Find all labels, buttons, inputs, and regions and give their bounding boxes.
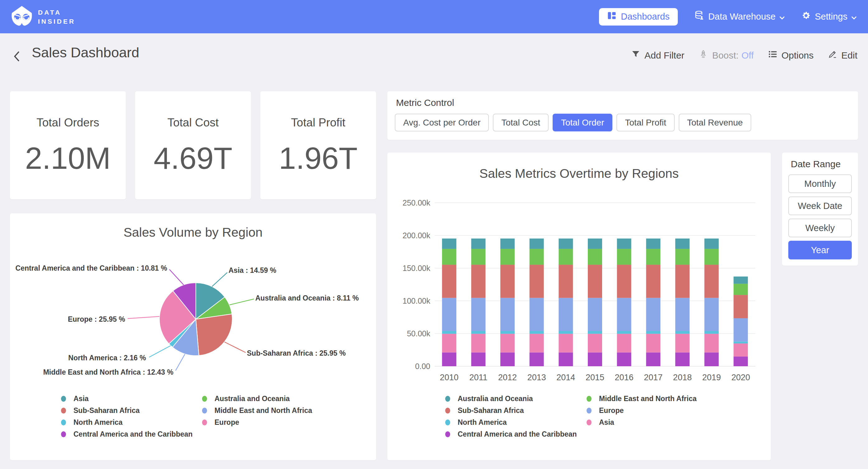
legend-item-central-america-and-the-caribbean[interactable]: Central America and the Caribbean — [61, 428, 193, 440]
bar-segment-2019-asia[interactable] — [705, 334, 719, 353]
bar-segment-2018-central-america-and-the-caribbean[interactable] — [675, 353, 690, 366]
bar-segment-2020-sub-saharan-africa[interactable] — [734, 295, 748, 318]
bar-segment-2011-asia[interactable] — [471, 334, 486, 353]
bar-segment-2015-middle-east-and-north-africa[interactable] — [588, 249, 602, 265]
legend-item-middle-east-and-north-africa[interactable]: Middle East and North Africa — [587, 393, 697, 405]
legend-item-north-america[interactable]: North America — [445, 416, 577, 428]
nav-dashboards[interactable]: Dashboards — [599, 8, 678, 26]
bar-segment-2010-sub-saharan-africa[interactable] — [442, 265, 457, 298]
bar-segment-2014-north-america[interactable] — [559, 331, 573, 334]
bar-segment-2010-central-america-and-the-caribbean[interactable] — [442, 353, 457, 366]
bar-segment-2020-central-america-and-the-caribbean[interactable] — [734, 357, 748, 366]
bar-segment-2016-north-america[interactable] — [617, 331, 631, 334]
bar-segment-2015-asia[interactable] — [588, 334, 602, 353]
bar-segment-2015-australia-and-oceania[interactable] — [588, 239, 602, 249]
date-range-weekly[interactable]: Weekly — [788, 218, 852, 237]
bar-segment-2015-europe[interactable] — [588, 298, 602, 331]
bar-segment-2020-north-america[interactable] — [734, 342, 748, 344]
bar-segment-2015-central-america-and-the-caribbean[interactable] — [588, 353, 602, 366]
bar-segment-2010-europe[interactable] — [442, 298, 457, 331]
bar-segment-2011-north-america[interactable] — [471, 331, 486, 334]
legend-item-europe[interactable]: Europe — [587, 405, 697, 416]
boost-toggle[interactable]: Boost: Off — [699, 50, 754, 61]
bar-segment-2017-north-america[interactable] — [646, 331, 660, 334]
bar-segment-2017-central-america-and-the-caribbean[interactable] — [646, 353, 660, 366]
date-range-week-date[interactable]: Week Date — [788, 197, 852, 215]
legend-item-europe[interactable]: Europe — [202, 416, 312, 428]
date-range-monthly[interactable]: Monthly — [788, 174, 852, 193]
date-range-year[interactable]: Year — [788, 241, 852, 259]
bar-segment-2018-asia[interactable] — [675, 334, 690, 353]
legend-item-north-america[interactable]: North America — [61, 416, 193, 428]
bar-segment-2020-australia-and-oceania[interactable] — [734, 276, 748, 284]
bar-segment-2012-north-america[interactable] — [500, 331, 515, 334]
bar-segment-2012-europe[interactable] — [500, 298, 515, 331]
bar-segment-2017-asia[interactable] — [646, 334, 660, 353]
bar-segment-2011-central-america-and-the-caribbean[interactable] — [471, 353, 486, 366]
bar-segment-2019-australia-and-oceania[interactable] — [705, 239, 719, 249]
bar-segment-2019-sub-saharan-africa[interactable] — [705, 265, 719, 298]
bar-segment-2020-europe[interactable] — [734, 318, 748, 342]
bar-segment-2014-australia-and-oceania[interactable] — [559, 239, 573, 249]
bar-segment-2016-australia-and-oceania[interactable] — [617, 239, 631, 249]
bar-segment-2019-north-america[interactable] — [705, 331, 719, 334]
bar-segment-2011-middle-east-and-north-africa[interactable] — [471, 249, 486, 265]
legend-item-middle-east-and-north-africa[interactable]: Middle East and North Africa — [202, 405, 312, 416]
metric-button-total-revenue[interactable]: Total Revenue — [679, 114, 751, 131]
bar-segment-2019-europe[interactable] — [705, 298, 719, 331]
bar-segment-2013-europe[interactable] — [530, 298, 544, 331]
bar-segment-2013-middle-east-and-north-africa[interactable] — [530, 249, 544, 265]
bar-segment-2016-middle-east-and-north-africa[interactable] — [617, 249, 631, 265]
bar-segment-2012-sub-saharan-africa[interactable] — [500, 265, 515, 298]
bar-segment-2017-sub-saharan-africa[interactable] — [646, 265, 660, 298]
bar-segment-2019-middle-east-and-north-africa[interactable] — [705, 249, 719, 265]
bar-segment-2017-middle-east-and-north-africa[interactable] — [646, 249, 660, 265]
bar-segment-2013-asia[interactable] — [530, 334, 544, 353]
back-button[interactable] — [12, 50, 23, 63]
bar-segment-2020-middle-east-and-north-africa[interactable] — [734, 284, 748, 295]
add-filter-button[interactable]: Add Filter — [631, 50, 684, 61]
bar-segment-2018-europe[interactable] — [675, 298, 690, 331]
bar-segment-2017-europe[interactable] — [646, 298, 660, 331]
bar-segment-2020-asia[interactable] — [734, 344, 748, 357]
legend-item-asia[interactable]: Asia — [587, 416, 697, 428]
bar-segment-2013-australia-and-oceania[interactable] — [530, 239, 544, 249]
metric-button-total-cost[interactable]: Total Cost — [493, 114, 549, 131]
legend-item-australia-and-oceania[interactable]: Australia and Oceania — [202, 393, 312, 405]
bar-segment-2014-sub-saharan-africa[interactable] — [559, 265, 573, 298]
bar-segment-2016-asia[interactable] — [617, 334, 631, 353]
nav-data-warehouse[interactable]: Data Warehouse — [694, 10, 785, 23]
bar-segment-2018-australia-and-oceania[interactable] — [675, 239, 690, 249]
bar-segment-2011-sub-saharan-africa[interactable] — [471, 265, 486, 298]
bar-segment-2013-north-america[interactable] — [530, 331, 544, 334]
bar-segment-2014-central-america-and-the-caribbean[interactable] — [559, 353, 573, 366]
bar-segment-2014-middle-east-and-north-africa[interactable] — [559, 249, 573, 265]
bar-segment-2016-sub-saharan-africa[interactable] — [617, 265, 631, 298]
bar-segment-2016-europe[interactable] — [617, 298, 631, 331]
bar-segment-2018-north-america[interactable] — [675, 331, 690, 334]
bar-segment-2013-central-america-and-the-caribbean[interactable] — [530, 353, 544, 366]
bar-segment-2010-north-america[interactable] — [442, 331, 457, 334]
bar-segment-2016-central-america-and-the-caribbean[interactable] — [617, 353, 631, 366]
bar-segment-2019-central-america-and-the-caribbean[interactable] — [705, 353, 719, 366]
legend-item-sub-saharan-africa[interactable]: Sub-Saharan Africa — [445, 405, 577, 416]
bar-segment-2011-europe[interactable] — [471, 298, 486, 331]
legend-item-central-america-and-the-caribbean[interactable]: Central America and the Caribbean — [445, 428, 577, 440]
legend-item-asia[interactable]: Asia — [61, 393, 193, 405]
bar-segment-2012-australia-and-oceania[interactable] — [500, 239, 515, 249]
bar-segment-2015-sub-saharan-africa[interactable] — [588, 265, 602, 298]
bar-segment-2012-middle-east-and-north-africa[interactable] — [500, 249, 515, 265]
pie-slice-sub-saharan-africa[interactable] — [196, 314, 232, 355]
bar-segment-2014-asia[interactable] — [559, 334, 573, 353]
bar-segment-2014-europe[interactable] — [559, 298, 573, 331]
edit-button[interactable]: Edit — [828, 50, 858, 61]
bar-segment-2010-australia-and-oceania[interactable] — [442, 239, 457, 249]
metric-button-avg-cost-per-order[interactable]: Avg. Cost per Order — [395, 114, 489, 131]
bar-segment-2010-asia[interactable] — [442, 334, 457, 353]
metric-button-total-profit[interactable]: Total Profit — [616, 114, 674, 131]
bar-segment-2018-middle-east-and-north-africa[interactable] — [675, 249, 690, 265]
bar-segment-2010-middle-east-and-north-africa[interactable] — [442, 249, 457, 265]
nav-settings[interactable]: Settings — [801, 10, 857, 23]
bar-segment-2011-australia-and-oceania[interactable] — [471, 239, 486, 249]
bar-segment-2013-sub-saharan-africa[interactable] — [530, 265, 544, 298]
